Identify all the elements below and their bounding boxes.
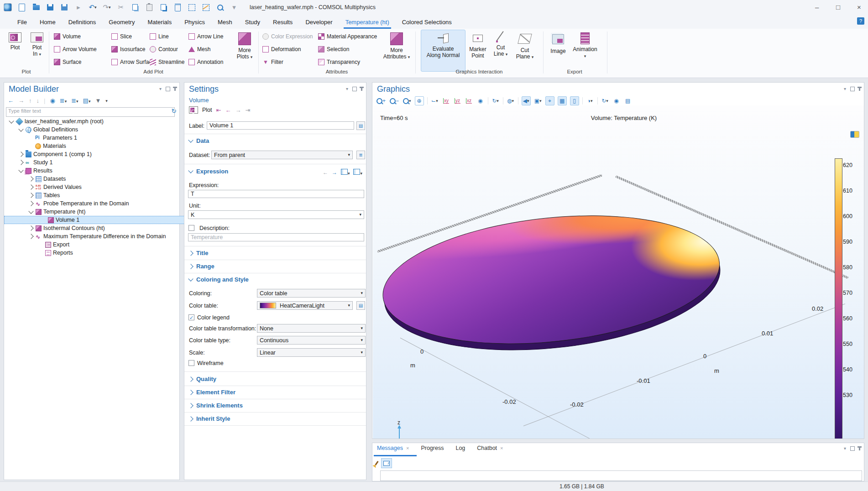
- plot-in-button[interactable]: Plot In ▾: [26, 30, 47, 72]
- previous-plot-icon[interactable]: ←: [225, 107, 231, 114]
- panel-pin-icon[interactable]: [174, 87, 176, 91]
- wireframe-checkbox[interactable]: [188, 360, 194, 366]
- tree-item-materials[interactable]: Materials: [29, 142, 66, 150]
- color-table-type-dropdown[interactable]: Continuous: [257, 336, 366, 345]
- transformation-dropdown[interactable]: None: [257, 324, 366, 333]
- tab-home[interactable]: Home: [33, 16, 62, 29]
- tab-messages[interactable]: Messages×: [377, 445, 409, 451]
- panel-menu-icon[interactable]: ▾: [844, 446, 846, 451]
- appearance-icon[interactable]: ◑▾: [586, 97, 594, 105]
- new-file-icon[interactable]: [17, 2, 27, 12]
- tab-materials[interactable]: Materials: [141, 16, 178, 29]
- scene-light-icon[interactable]: ◍▾: [507, 97, 515, 105]
- tab-results[interactable]: Results: [267, 16, 299, 29]
- tab-study[interactable]: Study: [239, 16, 267, 29]
- forward-icon[interactable]: →: [18, 97, 24, 104]
- go-to-yz-view-icon[interactable]: yz: [454, 97, 462, 105]
- panel-pin-icon[interactable]: [859, 446, 860, 450]
- deformation-button[interactable]: Deformation: [262, 45, 313, 53]
- perspective-icon[interactable]: ◉: [476, 97, 485, 105]
- update-plot-icon[interactable]: ↻▾: [601, 97, 609, 105]
- inherit-style-section-header[interactable]: Inherit Style: [189, 415, 230, 422]
- show-grid-icon[interactable]: ▦: [558, 96, 567, 105]
- tab-file[interactable]: File: [11, 16, 33, 29]
- tree-item-datasets[interactable]: Datasets: [29, 175, 66, 183]
- marker-point-button[interactable]: Marker Point: [467, 30, 488, 72]
- tree-item-tables[interactable]: Tables: [29, 191, 60, 199]
- dataset-dropdown[interactable]: From parent: [211, 151, 353, 159]
- refresh-icon[interactable]: ↻: [171, 107, 177, 115]
- settings-plot-button[interactable]: Plot: [202, 107, 212, 113]
- title-section-header[interactable]: Title: [189, 250, 209, 256]
- unit-dropdown[interactable]: K: [188, 210, 364, 219]
- delete-icon[interactable]: [173, 2, 183, 12]
- zoom-extents-icon[interactable]: ⊕: [415, 96, 424, 105]
- show-axis-icon[interactable]: ⌖: [545, 96, 554, 105]
- add-arrow-line-button[interactable]: Arrow Line: [188, 32, 223, 41]
- panel-float-icon[interactable]: [850, 87, 855, 91]
- next-plot-icon[interactable]: →: [235, 107, 241, 114]
- back-icon[interactable]: ←: [8, 97, 14, 104]
- panel-float-icon[interactable]: [850, 446, 855, 451]
- color-table-side-icon[interactable]: ▤: [356, 301, 365, 310]
- transparency-toggle-icon[interactable]: ◀▾: [522, 96, 531, 105]
- expression-section-header[interactable]: Expression: [189, 168, 228, 175]
- tree-item-max-temp-difference[interactable]: ∿Maximum Temperature Difference in the D…: [29, 232, 166, 240]
- tab-progress[interactable]: Progress: [421, 445, 444, 451]
- open-file-icon[interactable]: [31, 2, 41, 12]
- show-color-legend-icon[interactable]: ▯: [570, 96, 579, 105]
- selection-button[interactable]: Selection: [318, 45, 377, 53]
- tab-physics[interactable]: Physics: [178, 16, 211, 29]
- panel-pin-icon[interactable]: [361, 87, 362, 91]
- filter-tree-icon[interactable]: ▼: [95, 97, 101, 104]
- tree-item-results[interactable]: Results: [19, 167, 52, 175]
- cut-line-button[interactable]: Cut Line ▾: [490, 30, 511, 72]
- save-icon[interactable]: [45, 2, 55, 12]
- description-checkbox[interactable]: [188, 225, 194, 231]
- coloring-dropdown[interactable]: Color table: [257, 289, 366, 298]
- panel-float-icon[interactable]: [166, 87, 170, 91]
- tab-chatbot[interactable]: Chatbot×: [477, 445, 503, 451]
- show-icon[interactable]: ◉: [50, 97, 55, 104]
- tab-developer[interactable]: Developer: [299, 16, 339, 29]
- label-side-icon[interactable]: ▤: [356, 121, 365, 130]
- tree-item-export[interactable]: Export: [39, 240, 69, 249]
- material-appearance-button[interactable]: Material Appearance: [318, 32, 377, 41]
- coloring-section-header[interactable]: Coloring and Style: [189, 276, 249, 283]
- help-icon[interactable]: ?: [857, 17, 864, 25]
- zoom-box-icon[interactable]: ▾: [403, 97, 412, 105]
- tree-item-component[interactable]: Component 1 (comp 1): [19, 150, 92, 158]
- filter-button[interactable]: ▼Filter: [262, 58, 313, 66]
- shrink-elements-section-header[interactable]: Shrink Elements: [189, 402, 243, 409]
- find-icon[interactable]: [215, 2, 225, 12]
- close-button[interactable]: ×: [857, 3, 861, 11]
- go-to-xy-view-icon[interactable]: xy: [442, 97, 450, 105]
- select-box-icon[interactable]: [187, 2, 197, 12]
- plot-icon[interactable]: [189, 106, 198, 114]
- snapshot-icon[interactable]: ◉: [612, 97, 621, 105]
- close-tab-icon[interactable]: ×: [406, 445, 409, 451]
- plot-button[interactable]: Plot: [5, 30, 26, 72]
- cut-plane-button[interactable]: Cut Plane ▾: [513, 30, 537, 72]
- add-mesh-button[interactable]: Mesh: [188, 45, 223, 53]
- print-icon[interactable]: ▤: [624, 97, 632, 105]
- evaluate-along-normal-button[interactable]: Evaluate Along Normal: [421, 30, 465, 72]
- go-to-xz-view-icon[interactable]: xz: [465, 97, 473, 105]
- scale-dropdown[interactable]: Linear: [257, 348, 366, 357]
- panel-float-icon[interactable]: [352, 87, 357, 91]
- add-annotation-button[interactable]: Annotation: [188, 58, 223, 66]
- more-attributes-button[interactable]: More Attributes ▾: [382, 30, 412, 72]
- add-streamline-button[interactable]: Streamline: [150, 58, 184, 66]
- dataset-side-icon[interactable]: ≣: [356, 151, 365, 159]
- zoom-in-icon[interactable]: +: [376, 97, 386, 105]
- expression-input[interactable]: T: [188, 190, 364, 198]
- tree-filter-input[interactable]: Type filter text: [6, 107, 175, 117]
- default-view-icon[interactable]: ⌙▾: [431, 97, 439, 105]
- element-filter-section-header[interactable]: Element Filter: [189, 389, 235, 396]
- tree-item-global-definitions[interactable]: Global Definitions: [19, 125, 78, 134]
- duplicate-icon[interactable]: [158, 2, 168, 12]
- messages-output-field[interactable]: [380, 470, 862, 481]
- close-tab-icon[interactable]: ×: [500, 445, 503, 451]
- transparency-button[interactable]: Transparency: [318, 58, 377, 66]
- tree-item-reports[interactable]: Reports: [39, 249, 73, 257]
